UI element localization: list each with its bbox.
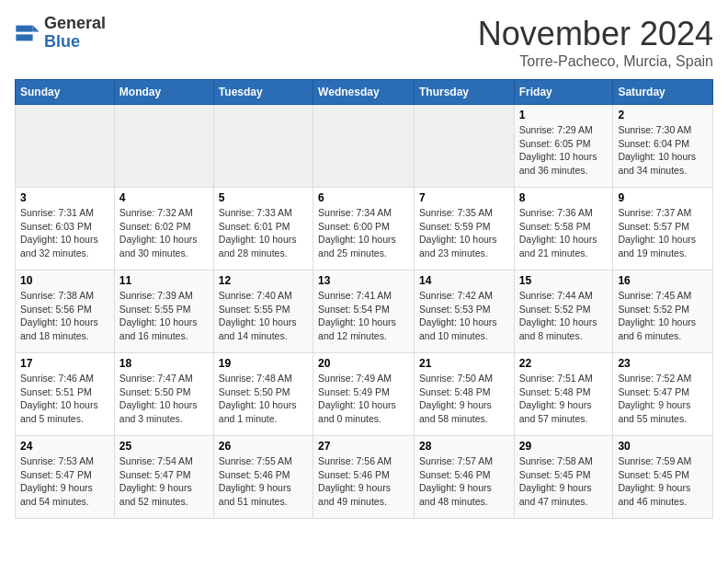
day-info: Sunrise: 7:37 AMSunset: 5:57 PMDaylight:… [618, 206, 708, 260]
calendar-cell [313, 105, 415, 188]
title-block: November 2024 Torre-Pacheco, Murcia, Spa… [478, 15, 713, 70]
day-info: Sunrise: 7:50 AMSunset: 5:48 PMDaylight:… [419, 372, 509, 426]
day-number: 25 [119, 440, 209, 453]
page-header: General Blue November 2024 Torre-Pacheco… [15, 15, 713, 70]
day-number: 21 [419, 357, 509, 370]
day-info: Sunrise: 7:51 AMSunset: 5:48 PMDaylight:… [519, 372, 609, 426]
day-number: 11 [119, 274, 209, 287]
calendar-cell: 27Sunrise: 7:56 AMSunset: 5:46 PMDayligh… [313, 436, 415, 519]
weekday-header-row: SundayMondayTuesdayWednesdayThursdayFrid… [16, 80, 713, 105]
day-number: 18 [119, 357, 209, 370]
calendar-cell: 6Sunrise: 7:34 AMSunset: 6:00 PMDaylight… [313, 188, 415, 270]
weekday-header-thursday: Thursday [414, 80, 514, 105]
calendar-header: SundayMondayTuesdayWednesdayThursdayFrid… [16, 80, 713, 105]
calendar-cell: 23Sunrise: 7:52 AMSunset: 5:47 PMDayligh… [613, 353, 713, 436]
calendar-cell: 2Sunrise: 7:30 AMSunset: 6:04 PMDaylight… [613, 105, 713, 188]
calendar-cell: 18Sunrise: 7:47 AMSunset: 5:50 PMDayligh… [114, 353, 213, 436]
day-number: 30 [618, 440, 708, 453]
day-info: Sunrise: 7:41 AMSunset: 5:54 PMDaylight:… [318, 289, 409, 343]
calendar-cell: 30Sunrise: 7:59 AMSunset: 5:45 PMDayligh… [613, 436, 713, 519]
calendar-table: SundayMondayTuesdayWednesdayThursdayFrid… [15, 79, 713, 519]
calendar-cell: 29Sunrise: 7:58 AMSunset: 5:45 PMDayligh… [514, 436, 613, 519]
day-number: 4 [119, 191, 209, 204]
calendar-cell [16, 105, 115, 188]
day-number: 26 [219, 440, 308, 453]
calendar-cell: 15Sunrise: 7:44 AMSunset: 5:52 PMDayligh… [514, 270, 613, 353]
calendar-cell: 20Sunrise: 7:49 AMSunset: 5:49 PMDayligh… [313, 353, 415, 436]
calendar-cell: 13Sunrise: 7:41 AMSunset: 5:54 PMDayligh… [313, 270, 415, 353]
week-row-3: 10Sunrise: 7:38 AMSunset: 5:56 PMDayligh… [16, 270, 713, 353]
day-info: Sunrise: 7:33 AMSunset: 6:01 PMDaylight:… [219, 206, 308, 260]
calendar-cell: 3Sunrise: 7:31 AMSunset: 6:03 PMDaylight… [16, 188, 115, 270]
day-number: 24 [20, 440, 109, 453]
calendar-body: 1Sunrise: 7:29 AMSunset: 6:05 PMDaylight… [16, 105, 713, 519]
calendar-cell: 25Sunrise: 7:54 AMSunset: 5:47 PMDayligh… [114, 436, 213, 519]
weekday-header-wednesday: Wednesday [313, 80, 415, 105]
calendar-cell: 22Sunrise: 7:51 AMSunset: 5:48 PMDayligh… [514, 353, 613, 436]
day-number: 27 [318, 440, 409, 453]
weekday-header-friday: Friday [514, 80, 613, 105]
day-info: Sunrise: 7:30 AMSunset: 6:04 PMDaylight:… [618, 123, 708, 178]
day-number: 22 [519, 357, 609, 370]
day-info: Sunrise: 7:40 AMSunset: 5:55 PMDaylight:… [219, 289, 308, 343]
calendar-cell: 28Sunrise: 7:57 AMSunset: 5:46 PMDayligh… [414, 436, 514, 519]
day-info: Sunrise: 7:52 AMSunset: 5:47 PMDaylight:… [618, 372, 708, 426]
logo-icon [15, 20, 40, 46]
day-info: Sunrise: 7:32 AMSunset: 6:02 PMDaylight:… [119, 206, 209, 260]
week-row-4: 17Sunrise: 7:46 AMSunset: 5:51 PMDayligh… [16, 353, 713, 436]
day-info: Sunrise: 7:31 AMSunset: 6:03 PMDaylight:… [20, 206, 109, 260]
calendar-cell: 12Sunrise: 7:40 AMSunset: 5:55 PMDayligh… [213, 270, 313, 353]
calendar-cell [213, 105, 313, 188]
day-number: 14 [419, 274, 509, 287]
logo: General Blue [15, 15, 106, 52]
day-number: 5 [219, 191, 308, 204]
calendar-cell: 7Sunrise: 7:35 AMSunset: 5:59 PMDaylight… [414, 188, 514, 270]
day-info: Sunrise: 7:42 AMSunset: 5:53 PMDaylight:… [419, 289, 509, 343]
calendar-cell: 1Sunrise: 7:29 AMSunset: 6:05 PMDaylight… [514, 105, 613, 188]
day-number: 1 [519, 109, 609, 121]
day-number: 17 [20, 357, 109, 370]
svg-rect-0 [15, 20, 40, 46]
calendar-cell: 4Sunrise: 7:32 AMSunset: 6:02 PMDaylight… [114, 188, 213, 270]
week-row-5: 24Sunrise: 7:53 AMSunset: 5:47 PMDayligh… [16, 436, 713, 519]
calendar-cell: 10Sunrise: 7:38 AMSunset: 5:56 PMDayligh… [16, 270, 115, 353]
calendar-cell: 21Sunrise: 7:50 AMSunset: 5:48 PMDayligh… [414, 353, 514, 436]
week-row-2: 3Sunrise: 7:31 AMSunset: 6:03 PMDaylight… [16, 188, 713, 270]
day-info: Sunrise: 7:46 AMSunset: 5:51 PMDaylight:… [20, 372, 109, 426]
month-title: November 2024 [478, 15, 713, 53]
calendar-cell [114, 105, 213, 188]
svg-rect-3 [16, 34, 32, 40]
day-info: Sunrise: 7:29 AMSunset: 6:05 PMDaylight:… [519, 123, 609, 178]
day-info: Sunrise: 7:35 AMSunset: 5:59 PMDaylight:… [419, 206, 509, 260]
day-info: Sunrise: 7:53 AMSunset: 5:47 PMDaylight:… [20, 454, 109, 509]
day-info: Sunrise: 7:48 AMSunset: 5:50 PMDaylight:… [219, 372, 308, 426]
logo-text: General Blue [44, 15, 106, 52]
day-number: 15 [519, 274, 609, 287]
day-number: 16 [618, 274, 708, 287]
svg-rect-2 [16, 25, 32, 31]
calendar-cell: 11Sunrise: 7:39 AMSunset: 5:55 PMDayligh… [114, 270, 213, 353]
day-info: Sunrise: 7:38 AMSunset: 5:56 PMDaylight:… [20, 289, 109, 343]
weekday-header-monday: Monday [114, 80, 213, 105]
calendar-cell: 24Sunrise: 7:53 AMSunset: 5:47 PMDayligh… [16, 436, 115, 519]
day-info: Sunrise: 7:36 AMSunset: 5:58 PMDaylight:… [519, 206, 609, 260]
logo-general: General [44, 15, 106, 33]
day-number: 23 [618, 357, 708, 370]
day-number: 29 [519, 440, 609, 453]
weekday-header-saturday: Saturday [613, 80, 713, 105]
day-number: 10 [20, 274, 109, 287]
day-info: Sunrise: 7:54 AMSunset: 5:47 PMDaylight:… [119, 454, 209, 509]
day-info: Sunrise: 7:56 AMSunset: 5:46 PMDaylight:… [318, 454, 409, 509]
weekday-header-sunday: Sunday [16, 80, 115, 105]
calendar-cell: 16Sunrise: 7:45 AMSunset: 5:52 PMDayligh… [613, 270, 713, 353]
day-number: 28 [419, 440, 509, 453]
logo-blue: Blue [44, 33, 106, 52]
day-number: 2 [618, 109, 708, 121]
day-info: Sunrise: 7:58 AMSunset: 5:45 PMDaylight:… [519, 454, 609, 509]
calendar-cell: 5Sunrise: 7:33 AMSunset: 6:01 PMDaylight… [213, 188, 313, 270]
calendar-cell: 14Sunrise: 7:42 AMSunset: 5:53 PMDayligh… [414, 270, 514, 353]
calendar-cell [414, 105, 514, 188]
calendar-cell: 9Sunrise: 7:37 AMSunset: 5:57 PMDaylight… [613, 188, 713, 270]
calendar-cell: 26Sunrise: 7:55 AMSunset: 5:46 PMDayligh… [213, 436, 313, 519]
day-number: 9 [618, 191, 708, 204]
